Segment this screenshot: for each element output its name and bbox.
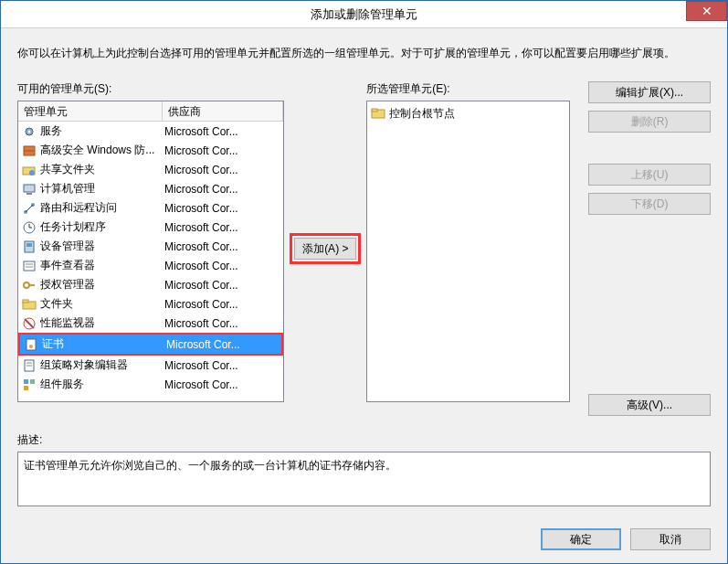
item-name: 性能监视器	[40, 315, 164, 331]
list-item[interactable]: 授权管理器Microsoft Cor...	[18, 275, 283, 294]
item-name: 文件夹	[40, 296, 164, 312]
svg-point-19	[24, 282, 29, 288]
edit-extensions-button[interactable]: 编辑扩展(X)...	[588, 81, 711, 103]
dialog-description: 你可以在计算机上为此控制台选择可用的管理单元并配置所选的一组管理单元。对于可扩展…	[17, 45, 711, 61]
description-box: 证书管理单元允许你浏览自己的、一个服务的或一台计算机的证书存储内容。	[17, 452, 711, 506]
item-name: 组件服务	[40, 377, 164, 392]
firewall-icon	[22, 144, 37, 158]
svg-point-26	[29, 345, 33, 348]
item-vendor: Microsoft Cor...	[164, 240, 283, 253]
item-name: 证书	[42, 336, 166, 352]
move-down-button[interactable]: 下移(D)	[588, 193, 711, 215]
add-button-highlight: 添加(A) >	[290, 233, 361, 264]
close-button[interactable]: ✕	[686, 1, 727, 21]
perf-icon	[22, 316, 37, 331]
event-icon	[22, 259, 37, 273]
description-text: 证书管理单元允许你浏览自己的、一个服务的或一台计算机的证书存储内容。	[24, 459, 396, 472]
header-name[interactable]: 管理单元	[18, 101, 163, 121]
list-item[interactable]: 组件服务Microsoft Cor...	[18, 375, 283, 394]
component-icon	[22, 378, 37, 392]
svg-line-10	[26, 205, 33, 212]
item-vendor: Microsoft Cor...	[166, 338, 281, 351]
available-label: 可用的管理单元(S):	[17, 81, 284, 97]
item-name: 计算机管理	[40, 181, 164, 197]
bottom-row: 确定 取消	[541, 528, 711, 550]
header-vendor[interactable]: 供应商	[163, 101, 283, 121]
item-vendor: Microsoft Cor...	[164, 221, 283, 234]
item-name: 共享文件夹	[40, 162, 164, 177]
cert-icon	[24, 337, 38, 352]
item-vendor: Microsoft Cor...	[164, 378, 283, 391]
item-name: 高级安全 Windows 防...	[40, 143, 164, 158]
item-name: 组策略对象编辑器	[40, 357, 164, 373]
item-name: 授权管理器	[40, 277, 164, 293]
spacer	[588, 140, 711, 156]
description-section: 描述: 证书管理单元允许你浏览自己的、一个服务的或一台计算机的证书存储内容。	[17, 432, 711, 506]
item-vendor: Microsoft Cor...	[164, 279, 283, 292]
add-button[interactable]: 添加(A) >	[294, 238, 356, 260]
ok-button[interactable]: 确定	[541, 528, 621, 550]
item-vendor: Microsoft Cor...	[164, 298, 283, 311]
list-item[interactable]: 组策略对象编辑器Microsoft Cor...	[18, 356, 283, 375]
list-item[interactable]: 服务Microsoft Cor...	[18, 122, 283, 141]
svg-rect-34	[372, 109, 377, 112]
window-title: 添加或删除管理单元	[311, 6, 417, 23]
list-item[interactable]: 路由和远程访问Microsoft Cor...	[18, 198, 283, 218]
item-vendor: Microsoft Cor...	[164, 359, 283, 372]
list-item[interactable]: 计算机管理Microsoft Cor...	[18, 179, 283, 198]
side-buttons-column: 编辑扩展(X)... 删除(R) 上移(U) 下移(D) 高级(V)...	[579, 81, 711, 416]
list-item[interactable]: 高级安全 Windows 防...Microsoft Cor...	[18, 141, 283, 160]
selected-column: 所选管理单元(E): 控制台根节点	[366, 81, 570, 416]
middle-column: 添加(A) >	[293, 81, 357, 416]
folder-share-icon	[22, 163, 37, 177]
policy-icon	[22, 358, 37, 373]
list-item[interactable]: 性能监视器Microsoft Cor...	[18, 314, 283, 333]
tree-root-item[interactable]: 控制台根节点	[371, 105, 565, 122]
list-item-highlight: 证书Microsoft Cor...	[18, 333, 283, 356]
item-name: 设备管理器	[40, 239, 164, 254]
svg-rect-6	[24, 185, 35, 192]
move-up-button[interactable]: 上移(U)	[588, 164, 711, 186]
item-vendor: Microsoft Cor...	[164, 202, 283, 215]
list-item[interactable]: 事件查看器Microsoft Cor...	[18, 256, 283, 275]
list-item[interactable]: 共享文件夹Microsoft Cor...	[18, 160, 283, 179]
list-item[interactable]: 设备管理器Microsoft Cor...	[18, 237, 283, 256]
selected-tree[interactable]: 控制台根节点	[366, 101, 570, 402]
folder-icon	[22, 297, 37, 312]
titlebar: 添加或删除管理单元 ✕	[1, 1, 727, 28]
item-name: 事件查看器	[40, 258, 164, 273]
list-item[interactable]: 任务计划程序Microsoft Cor...	[18, 218, 283, 237]
svg-point-5	[29, 170, 35, 176]
close-icon: ✕	[702, 4, 712, 18]
device-icon	[22, 239, 37, 254]
gear-icon	[22, 124, 37, 139]
svg-rect-15	[26, 243, 32, 247]
remove-button[interactable]: 删除(R)	[588, 111, 711, 133]
svg-rect-22	[23, 300, 28, 303]
selected-label: 所选管理单元(E):	[366, 81, 570, 97]
folder-icon	[371, 106, 385, 121]
item-name: 服务	[40, 123, 164, 139]
clock-icon	[22, 220, 37, 235]
svg-rect-7	[26, 193, 32, 195]
description-label: 描述:	[17, 432, 711, 448]
svg-rect-31	[30, 379, 35, 384]
content-area: 你可以在计算机上为此控制台选择可用的管理单元并配置所选的一组管理单元。对于可扩展…	[1, 28, 727, 517]
available-column: 可用的管理单元(S): 管理单元 供应商 服务Microsoft Cor...高…	[17, 81, 284, 416]
computer-icon	[22, 182, 37, 197]
item-vendor: Microsoft Cor...	[164, 183, 283, 196]
dialog-window: 添加或删除管理单元 ✕ 你可以在计算机上为此控制台选择可用的管理单元并配置所选的…	[0, 0, 728, 564]
available-list-body[interactable]: 服务Microsoft Cor...高级安全 Windows 防...Micro…	[18, 122, 283, 401]
item-vendor: Microsoft Cor...	[164, 260, 283, 272]
key-icon	[22, 278, 37, 293]
list-item[interactable]: 文件夹Microsoft Cor...	[18, 294, 283, 314]
item-name: 任务计划程序	[40, 219, 164, 235]
advanced-button[interactable]: 高级(V)...	[588, 394, 711, 416]
item-vendor: Microsoft Cor...	[164, 144, 283, 157]
network-icon	[22, 201, 37, 216]
item-vendor: Microsoft Cor...	[164, 125, 283, 138]
cancel-button[interactable]: 取消	[630, 528, 711, 550]
available-listbox[interactable]: 管理单元 供应商 服务Microsoft Cor...高级安全 Windows …	[17, 101, 284, 402]
list-item[interactable]: 证书Microsoft Cor...	[20, 335, 281, 354]
svg-rect-30	[24, 379, 28, 384]
